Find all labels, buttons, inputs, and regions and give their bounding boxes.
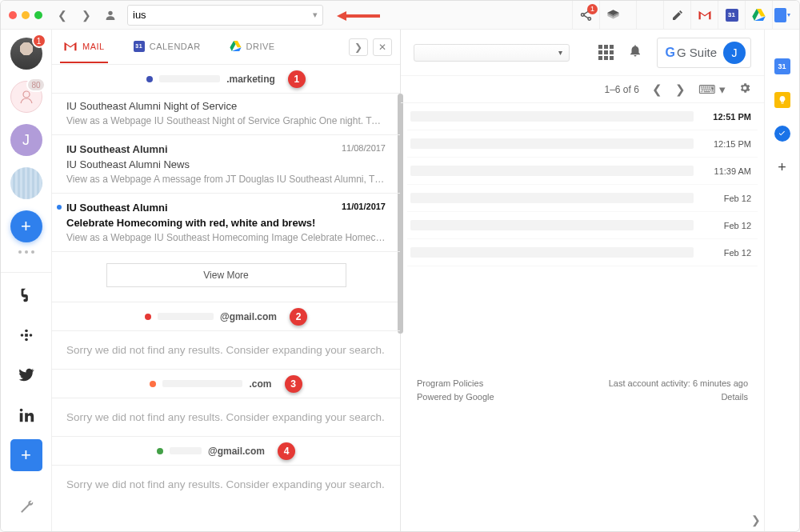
- tab-mail-label: MAIL: [82, 42, 105, 51]
- account-1-dot: [146, 76, 153, 82]
- close-window[interactable]: [9, 11, 17, 19]
- no-results-text: Sorry we did not find any results. Consi…: [52, 398, 400, 437]
- message-row[interactable]: 12:15 PM: [407, 130, 758, 158]
- svg-point-21: [19, 409, 22, 412]
- gear-icon[interactable]: [738, 82, 751, 97]
- gsuite-button[interactable]: G G Suite J: [657, 38, 751, 68]
- layers-icon[interactable]: [599, 1, 626, 30]
- footer-policies[interactable]: Program Policies: [417, 378, 494, 388]
- keyboard-icon[interactable]: ⌨ ▾: [698, 82, 726, 97]
- slack-icon[interactable]: [10, 319, 42, 351]
- maximize-window[interactable]: [34, 11, 42, 19]
- account-avatar-3[interactable]: J: [10, 124, 42, 156]
- tab-drive[interactable]: DRIVE: [226, 31, 278, 62]
- account-4-dot: [157, 448, 163, 454]
- message-time: 12:51 PM: [703, 112, 751, 122]
- footer-powered: Powered by Google: [417, 392, 494, 402]
- twitter-icon[interactable]: [10, 359, 42, 391]
- message-subject-mask: [410, 193, 694, 203]
- account-4-label: @gmail.com: [208, 446, 265, 457]
- footer-details[interactable]: Details: [609, 392, 748, 402]
- footer-activity: Last account activity: 6 minutes ago: [609, 378, 748, 388]
- arrow-callout: [337, 9, 380, 23]
- mail-item-3[interactable]: IU Southeast Alumni 11/01/2017 Celebrate…: [52, 194, 400, 252]
- add-addon-icon[interactable]: +: [774, 159, 790, 175]
- tab-mail[interactable]: MAIL: [60, 31, 108, 63]
- unread-indicator: [57, 205, 62, 210]
- account-4-mask: [170, 447, 202, 454]
- calendar-addon-icon[interactable]: 31: [774, 58, 790, 74]
- linkedin-icon[interactable]: [10, 399, 42, 431]
- gmail-label-dropdown[interactable]: ▾: [414, 44, 570, 62]
- gmail-icon[interactable]: [690, 1, 718, 30]
- avatar-2-badge: 80: [26, 78, 45, 92]
- top-right-tools: 1 31 ▾: [572, 1, 799, 29]
- evernote-icon[interactable]: [10, 279, 42, 311]
- account-1-label: .marketing: [226, 74, 275, 85]
- mail-item-1[interactable]: IU Southeast Alumni IU Southeast Alumni …: [52, 94, 400, 135]
- right-sidebar: 31 +: [764, 30, 799, 531]
- message-row[interactable]: Feb 12: [407, 212, 758, 239]
- expand-icon[interactable]: ❯: [349, 38, 368, 56]
- calendar-icon[interactable]: 31: [718, 1, 745, 30]
- account-4-badge: 4: [278, 442, 295, 460]
- svg-line-7: [584, 15, 589, 18]
- gsuite-label: G Suite: [677, 46, 717, 59]
- message-row[interactable]: 12:51 PM: [407, 103, 758, 130]
- user-avatar[interactable]: J: [723, 42, 746, 64]
- tasks-addon-icon[interactable]: [774, 126, 790, 142]
- account-header-3: .com 3: [52, 370, 400, 398]
- svg-rect-17: [29, 334, 32, 337]
- search-input[interactable]: [133, 9, 313, 21]
- svg-rect-18: [25, 338, 28, 342]
- mail-from: IU Southeast Alumni: [66, 143, 386, 155]
- account-avatar-2[interactable]: 80: [10, 81, 42, 113]
- mail-subject: IU Southeast Alumni News: [66, 158, 386, 170]
- dots-indicator: [18, 250, 34, 254]
- forward-button[interactable]: ❯: [74, 4, 98, 26]
- notifications-icon[interactable]: [628, 43, 642, 62]
- profile-icon[interactable]: [98, 4, 122, 26]
- drive-icon[interactable]: [745, 1, 772, 30]
- account-2-label: @gmail.com: [220, 311, 277, 322]
- next-page-icon[interactable]: ❯: [675, 82, 686, 97]
- account-2-mask: [158, 313, 214, 320]
- account-2-dot: [145, 314, 151, 320]
- message-time: 12:15 PM: [703, 139, 751, 149]
- message-row[interactable]: Feb 12: [407, 185, 758, 212]
- message-time: Feb 12: [703, 221, 751, 230]
- view-more-button[interactable]: View More: [106, 263, 346, 287]
- mail-date: 11/08/2017: [342, 143, 386, 153]
- add-app-button[interactable]: +: [10, 439, 42, 471]
- expand-chevron-icon[interactable]: ❯: [751, 514, 761, 526]
- chevron-down-icon[interactable]: ▾: [313, 10, 318, 20]
- svg-point-14: [23, 91, 30, 98]
- docs-icon[interactable]: ▾: [772, 1, 799, 30]
- share-icon[interactable]: 1: [572, 1, 599, 30]
- account-avatar-4[interactable]: [10, 167, 42, 199]
- back-button[interactable]: ❮: [50, 4, 74, 26]
- minimize-window[interactable]: [22, 11, 30, 19]
- account-3-mask: [162, 380, 242, 387]
- message-row[interactable]: 11:39 AM: [407, 158, 758, 185]
- keep-addon-icon[interactable]: [774, 92, 790, 108]
- tab-calendar[interactable]: 31 CALENDAR: [130, 31, 204, 63]
- account-3-label: .com: [249, 378, 271, 390]
- message-time: Feb 12: [703, 194, 751, 203]
- svg-rect-19: [25, 334, 28, 337]
- close-icon[interactable]: ✕: [373, 38, 392, 56]
- search-input-wrap[interactable]: ▾: [127, 5, 323, 26]
- mail-preview: View as a Webpage IU Southeast Homecomin…: [66, 232, 386, 243]
- account-avatar-1[interactable]: 1: [10, 38, 42, 70]
- message-row[interactable]: Feb 12: [407, 239, 758, 266]
- view-more-wrap: View More: [52, 252, 400, 302]
- apps-grid-icon[interactable]: [598, 45, 614, 60]
- compose-icon[interactable]: [663, 1, 690, 30]
- svg-rect-16: [25, 330, 28, 333]
- prev-page-icon[interactable]: ❮: [652, 82, 662, 97]
- svg-rect-15: [20, 334, 23, 337]
- add-account[interactable]: +: [10, 210, 42, 242]
- settings-icon[interactable]: [10, 491, 42, 523]
- mail-preview: View as a Webpage IU Southeast Night of …: [66, 115, 386, 126]
- mail-item-2[interactable]: IU Southeast Alumni 11/08/2017 IU Southe…: [52, 135, 400, 194]
